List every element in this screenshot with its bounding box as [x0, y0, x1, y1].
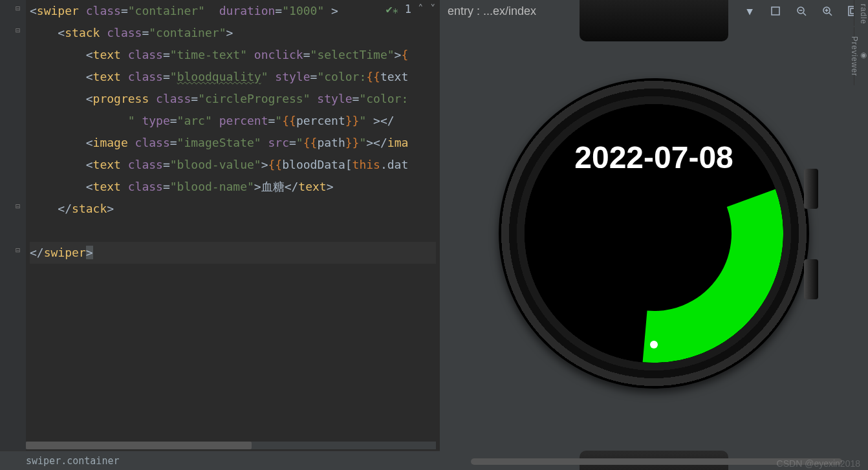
fold-icon[interactable] — [16, 4, 20, 13]
code-editor-pane: <swiper class="container" duration="1000… — [0, 0, 440, 470]
watch-crown-button — [804, 169, 818, 209]
next-problem-icon[interactable]: ˅ — [430, 3, 436, 16]
editor-inspection-widget[interactable]: ✔⁎ 1 ˄ ˅ — [386, 3, 437, 16]
breadcrumb[interactable]: swiper.container — [0, 451, 440, 470]
fold-icon[interactable] — [16, 202, 20, 211]
preview-canvas[interactable]: 2022-07-08 — [440, 22, 868, 470]
eye-icon: ◉ — [860, 50, 867, 59]
svg-rect-4 — [772, 7, 779, 15]
code-scroll-area[interactable]: <swiper class="container" duration="1000… — [0, 0, 440, 451]
editor-horizontal-scrollbar[interactable] — [26, 442, 436, 449]
sidetab-gradle[interactable]: radle — [854, 0, 868, 26]
sidetab-previewer[interactable]: ◉Previewer — [854, 27, 868, 85]
watch-face[interactable]: 2022-07-08 — [525, 104, 783, 363]
prev-problem-icon[interactable]: ˄ — [418, 3, 424, 16]
watermark-text: CSDN @eyexin2018 — [777, 458, 860, 469]
page-indicator-dot — [650, 341, 658, 348]
crop-icon[interactable] — [768, 4, 783, 18]
svg-line-9 — [829, 13, 832, 16]
fold-icon[interactable] — [16, 246, 20, 255]
inspection-count: 1 — [405, 3, 411, 16]
editor-gutter[interactable] — [0, 0, 26, 451]
dropdown-icon[interactable]: ▼ — [743, 4, 757, 18]
watch-side-button — [804, 259, 818, 299]
zoom-in-icon[interactable] — [820, 4, 834, 18]
inspection-check-icon: ✔⁎ — [386, 3, 398, 16]
fold-icon[interactable] — [16, 26, 20, 35]
watch-body: 2022-07-08 — [499, 78, 809, 389]
zoom-out-icon[interactable] — [794, 4, 808, 18]
previewer-pane: entry : ...ex/index ▼ 2022-07-08 — [440, 0, 868, 470]
arc-progress — [525, 104, 783, 363]
code-content[interactable]: <swiper class="container" duration="1000… — [26, 0, 440, 451]
svg-line-6 — [803, 13, 806, 16]
watch-strap-top — [580, 0, 728, 41]
